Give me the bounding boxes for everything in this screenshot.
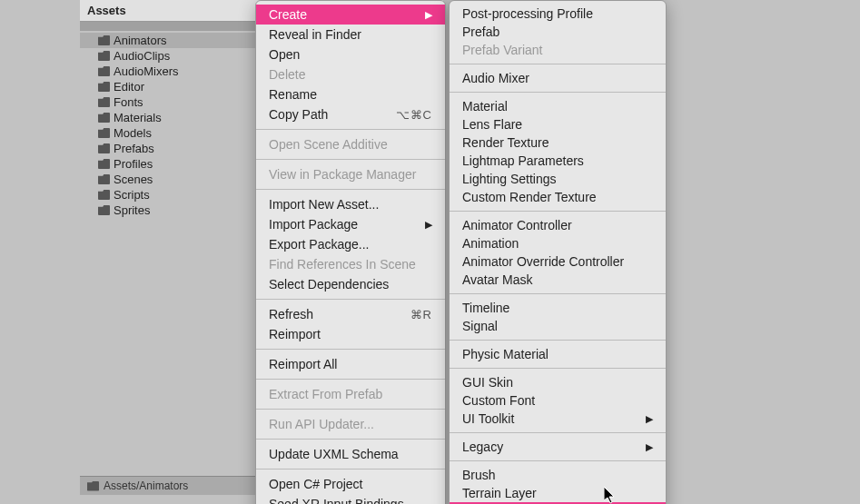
- menu-item-label: Extract From Prefab: [269, 387, 382, 401]
- menu-separator: [450, 368, 666, 369]
- menu-item-open-scene-additive: Open Scene Additive: [256, 134, 445, 154]
- submenu-item-animation[interactable]: Animation: [450, 234, 666, 252]
- submenu-item-prefab[interactable]: Prefab: [450, 23, 666, 41]
- menu-item-reveal-in-finder[interactable]: Reveal in Finder: [256, 25, 445, 44]
- submenu-item-render-texture[interactable]: Render Texture: [450, 133, 666, 152]
- menu-item-label: Avatar Mask: [462, 272, 533, 287]
- menu-item-label: Import New Asset...: [269, 197, 379, 212]
- menu-item-reimport[interactable]: Reimport: [256, 324, 445, 344]
- folder-icon: [98, 128, 110, 138]
- submenu-item-animator-override-controller[interactable]: Animator Override Controller: [450, 252, 666, 271]
- menu-item-reimport-all[interactable]: Reimport All: [256, 354, 445, 374]
- asset-item-label: Sprites: [114, 203, 150, 217]
- menu-item-label: Open C# Project: [269, 477, 363, 491]
- submenu-item-legacy[interactable]: Legacy▶: [450, 438, 666, 456]
- menu-item-import-package[interactable]: Import Package▶: [256, 214, 445, 234]
- menu-separator: [450, 293, 666, 294]
- menu-item-label: Open Scene Additive: [269, 137, 388, 152]
- menu-item-open[interactable]: Open: [256, 44, 445, 64]
- menu-item-import-new-asset[interactable]: Import New Asset...: [256, 194, 445, 214]
- menu-item-label: Run API Updater...: [269, 417, 374, 431]
- folder-icon: [98, 113, 110, 123]
- menu-item-label: View in Package Manager: [269, 167, 416, 182]
- chevron-right-icon: ▶: [425, 9, 432, 21]
- menu-item-export-package[interactable]: Export Package...: [256, 234, 445, 254]
- menu-separator: [256, 159, 445, 160]
- menu-item-seed-xr-input-bindings[interactable]: Seed XR Input Bindings: [256, 494, 445, 504]
- menu-item-view-in-package-manager: View in Package Manager: [256, 164, 445, 184]
- menu-item-label: Delete: [269, 67, 305, 82]
- submenu-item-post-processing-profile[interactable]: Post-processing Profile: [450, 5, 666, 23]
- folder-icon: [98, 174, 110, 184]
- submenu-item-lighting-settings[interactable]: Lighting Settings: [450, 170, 666, 188]
- menu-item-label: Lightmap Parameters: [462, 153, 584, 168]
- folder-icon: [87, 481, 99, 491]
- menu-item-label: Legacy: [462, 440, 503, 454]
- submenu-item-gui-skin[interactable]: GUI Skin: [450, 373, 666, 391]
- menu-item-label: Lighting Settings: [462, 172, 557, 186]
- menu-item-label: Prefab Variant: [462, 43, 542, 57]
- submenu-item-animator-controller[interactable]: Animator Controller: [450, 216, 666, 234]
- menu-item-refresh[interactable]: Refresh⌘R: [256, 304, 445, 324]
- submenu-item-timeline[interactable]: Timeline: [450, 299, 666, 317]
- menu-item-label: Physic Material: [462, 347, 549, 361]
- folder-icon: [98, 205, 110, 215]
- submenu-item-prefab-variant: Prefab Variant: [450, 41, 666, 59]
- menu-item-open-c-project[interactable]: Open C# Project: [256, 474, 445, 494]
- menu-item-copy-path[interactable]: Copy Path⌥⌘C: [256, 104, 445, 124]
- menu-item-select-dependencies[interactable]: Select Dependencies: [256, 274, 445, 294]
- menu-separator: [256, 299, 445, 300]
- submenu-item-material[interactable]: Material: [450, 97, 666, 115]
- submenu-item-brush[interactable]: Brush: [450, 466, 666, 484]
- menu-item-label: Render Texture: [462, 135, 549, 150]
- menu-separator: [256, 439, 445, 440]
- submenu-item-physic-material[interactable]: Physic Material: [450, 345, 666, 363]
- asset-item-label: AudioClips: [114, 49, 170, 63]
- menu-item-label: Brush: [462, 468, 496, 482]
- menu-item-label: Animation: [462, 236, 519, 251]
- menu-item-label: Lens Flare: [462, 117, 522, 132]
- asset-item-label: Animators: [114, 34, 167, 47]
- asset-item-label: Models: [114, 126, 152, 140]
- menu-item-label: Custom Render Texture: [462, 190, 597, 204]
- menu-item-label: Rename: [269, 87, 317, 102]
- menu-shortcut: ⌘R: [410, 308, 432, 321]
- menu-item-label: Signal: [462, 319, 498, 333]
- submenu-item-custom-font[interactable]: Custom Font: [450, 391, 666, 410]
- menu-item-create[interactable]: Create▶: [256, 5, 445, 25]
- asset-item-label: Materials: [114, 111, 162, 124]
- menu-item-label: Material: [462, 99, 508, 114]
- menu-separator: [450, 432, 666, 433]
- menu-item-label: Create: [269, 7, 307, 22]
- submenu-item-avatar-mask[interactable]: Avatar Mask: [450, 271, 666, 289]
- folder-icon: [98, 159, 110, 169]
- menu-item-rename[interactable]: Rename: [256, 84, 445, 104]
- menu-item-update-uxml-schema[interactable]: Update UXML Schema: [256, 444, 445, 464]
- folder-icon: [98, 35, 110, 45]
- menu-item-label: Terrain Layer: [462, 486, 537, 500]
- menu-separator: [256, 129, 445, 130]
- submenu-item-audio-mixer[interactable]: Audio Mixer: [450, 69, 666, 87]
- menu-item-label: Timeline: [462, 301, 509, 315]
- menu-separator: [450, 211, 666, 212]
- submenu-item-ui-toolkit[interactable]: UI Toolkit▶: [450, 410, 666, 428]
- submenu-item-signal[interactable]: Signal: [450, 317, 666, 335]
- submenu-item-lightmap-parameters[interactable]: Lightmap Parameters: [450, 152, 666, 170]
- asset-item-label: Scripts: [114, 188, 150, 202]
- folder-icon: [98, 82, 110, 92]
- submenu-item-terrain-layer[interactable]: Terrain Layer: [450, 484, 666, 502]
- menu-item-label: GUI Skin: [462, 375, 513, 390]
- chevron-right-icon: ▶: [646, 441, 653, 453]
- submenu-item-custom-render-texture[interactable]: Custom Render Texture: [450, 188, 666, 206]
- folder-icon: [98, 51, 110, 61]
- menu-item-label: Prefab: [462, 25, 499, 39]
- asset-item-label: Scenes: [114, 173, 153, 186]
- asset-item-label: Prefabs: [114, 142, 154, 155]
- chevron-right-icon: ▶: [425, 219, 432, 231]
- folder-icon: [98, 143, 110, 153]
- submenu-item-lens-flare[interactable]: Lens Flare: [450, 115, 666, 133]
- menu-item-label: Reimport: [269, 327, 321, 341]
- menu-item-label: Refresh: [269, 307, 313, 321]
- menu-separator: [450, 340, 666, 341]
- menu-item-label: Seed XR Input Bindings: [269, 497, 404, 504]
